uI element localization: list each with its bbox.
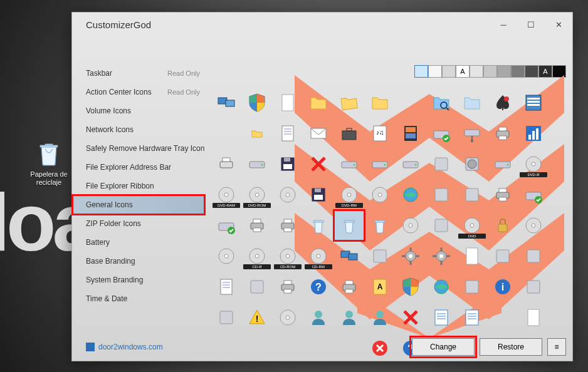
sidebar-item-zip-folder-icons[interactable]: ZIP Folder Icons [72,214,205,233]
toolbox-icon[interactable] [334,118,364,148]
dark-drive2-icon[interactable] [365,149,395,179]
sunflower-icon[interactable] [518,272,549,302]
recycle-bin-group-icon[interactable] [303,210,333,240]
maximize-button[interactable]: ☐ [517,13,545,36]
sidebar-item-file-explorer-address-bar[interactable]: File Explorer Address Bar [72,158,205,177]
printer2-icon[interactable] [211,149,241,179]
users-icon[interactable] [334,302,364,333]
camera-icon[interactable] [457,180,487,210]
drive2-icon[interactable] [396,149,426,179]
printer-check3-icon[interactable] [273,210,303,240]
servers-icon[interactable] [457,272,487,302]
sidebar-item-network-icons[interactable]: Network Icons [72,120,205,139]
printer3-icon[interactable] [273,272,303,302]
drive-check-icon[interactable] [426,118,456,148]
dvd-r-icon[interactable]: DVD-R [518,149,549,179]
sidebar-item-safely-remove-hardware-tray-icon[interactable]: Safely Remove Hardware Tray Icon [72,139,205,158]
phone-icon[interactable] [242,272,272,302]
sidebar-item-volume-icons[interactable]: Volume Icons [72,101,205,120]
notepad-icon[interactable] [273,118,303,148]
cd-rw-icon[interactable]: CD-RW [303,241,333,271]
globe-stand-icon[interactable] [426,272,456,302]
blank-page-icon[interactable] [518,302,549,333]
mp3-player-icon[interactable] [365,241,395,271]
warning-icon[interactable]: ! [242,302,272,333]
disc3-icon[interactable] [396,210,426,240]
cd-rom-icon[interactable]: CD-ROM [273,241,303,271]
box-icon[interactable] [426,180,456,210]
sidebar-item-system-branding[interactable]: System Branding [72,271,205,289]
camera2-icon[interactable] [426,210,456,240]
sidebar-item-time-date[interactable]: Time & Date [72,289,205,308]
dvd-rom-icon[interactable]: DVD-ROM [242,180,272,210]
sidebar-item-taskbar[interactable]: TaskbarRead Only [72,64,205,83]
user-shield-icon[interactable] [365,302,395,333]
folder-tilted-icon[interactable] [334,88,364,118]
blank-doc-icon[interactable] [457,241,487,271]
sidebar-item-action-center-icons[interactable]: Action Center IconsRead Only [72,83,205,101]
printer-check2-icon[interactable] [242,210,272,240]
lock-icon[interactable] [488,210,518,240]
restore-button[interactable]: Restore [480,338,542,356]
globe-icon[interactable] [396,180,426,210]
doc-lines-icon[interactable] [211,272,241,302]
film-strip-icon[interactable] [396,118,426,148]
landscape-icon[interactable] [518,241,549,271]
close-button[interactable]: ✕ [545,13,572,36]
shield2-icon[interactable] [396,272,426,302]
disc-check-icon[interactable] [518,180,549,210]
floppy2-icon[interactable] [303,180,333,210]
info-icon[interactable]: i [488,272,518,302]
dvd-ram-icon[interactable]: DVD-RAM [211,180,241,210]
drive-icon[interactable] [242,149,272,179]
help-icon[interactable]: ? [303,272,333,302]
disc-icon[interactable] [273,180,303,210]
folder-search-icon[interactable] [426,88,456,118]
footer-link[interactable]: door2windows.com [86,343,163,351]
x-red2-icon[interactable] [396,302,426,333]
printer-icon[interactable] [488,118,518,148]
drive-check2-icon[interactable] [211,210,241,240]
envelope-icon[interactable] [303,118,333,148]
desktop-recycle-bin[interactable]: Papelera de reciclaje [27,139,71,187]
menu-button[interactable]: ≡ [547,338,566,356]
folder-small-icon[interactable] [242,118,272,148]
network-drive-icon[interactable] [457,118,487,148]
icon-grid[interactable]: ♪♫DVD-RDVD-RAMDVD-ROMDVD-RWDVDCD-RCD-ROM… [211,88,566,329]
drive3-icon[interactable] [488,149,518,179]
user-icon[interactable] [303,302,333,333]
dvd-icon[interactable]: DVD [457,210,487,240]
printer4-icon[interactable] [334,272,364,302]
cd-r-icon[interactable]: CD-R [242,241,272,271]
disc6-icon[interactable] [273,302,303,333]
disc2-icon[interactable] [365,180,395,210]
minimize-button[interactable]: ─ [490,13,517,36]
dvd-rw-icon[interactable]: DVD-RW [334,180,364,210]
sidebar-item-base-branding[interactable]: Base Branding [72,252,205,271]
x-red-icon[interactable] [303,149,333,179]
list-icon[interactable] [426,302,456,333]
document-icon[interactable] [273,88,303,118]
gear-icon[interactable] [396,241,426,271]
monitors-icon[interactable] [334,241,364,271]
flower-icon[interactable] [211,302,241,333]
change-button[interactable]: Change [412,338,475,356]
hdd-icon[interactable] [457,149,487,179]
disc4-icon[interactable] [518,210,549,240]
titlebar[interactable]: CustomizerGod ─ ☐ ✕ [72,13,572,36]
folder-yellow-icon[interactable] [365,88,395,118]
photo-icon[interactable] [488,241,518,271]
disc5-icon[interactable] [211,241,241,271]
displays-icon[interactable] [211,88,241,118]
sidebar-item-general-icons[interactable]: General Icons [72,195,205,214]
recycle-bin-icon[interactable] [334,210,364,240]
spade-icon[interactable] [488,88,518,118]
folder-translucent-icon[interactable] [457,88,487,118]
list2-icon[interactable] [457,302,487,333]
printer-check-icon[interactable] [488,180,518,210]
window-list-icon[interactable] [518,88,549,118]
a-flag-icon[interactable]: A [365,272,395,302]
recycle-tiny-icon[interactable] [365,210,395,240]
window-flag-icon[interactable] [426,149,456,179]
sidebar-item-battery[interactable]: Battery [72,233,205,252]
